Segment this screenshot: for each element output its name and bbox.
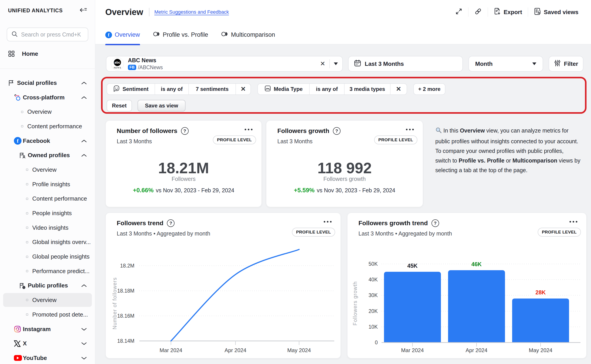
sidebar-item-global-people-insights[interactable]: Global people insights [0,249,95,264]
kpi-value: 18.21M [106,159,261,177]
close-icon: ✕ [396,86,401,92]
media-type-remove-segment[interactable]: ✕ [391,84,407,94]
expand-icon [455,8,462,17]
sidebar-item-label: Home [22,50,38,57]
sidebar-group-facebook[interactable]: f Facebook [0,134,95,148]
sentiment-remove-segment[interactable]: ✕ [236,84,251,94]
sentiment-field-segment[interactable]: Sentiment [107,84,155,94]
instagram-icon [14,325,23,333]
svg-text:18.2M: 18.2M [120,263,134,269]
save-as-view-button[interactable]: Save as view [138,100,186,111]
sidebar-item-owned-overview[interactable]: Overview [0,162,95,177]
media-type-operator-segment[interactable]: is any of [310,84,345,94]
bullet-icon [26,299,28,301]
card-more-menu[interactable] [245,129,252,130]
profile-dropdown-caret[interactable] [334,62,338,65]
tab-label: Multicomparison [231,31,275,38]
sidebar-item-content-performance[interactable]: Content performance [0,192,95,206]
group-label: Public profiles [28,282,68,289]
profile-selector[interactable]: abc NEWS ABC News FB /ABCNews ✕ [106,56,343,72]
help-icon[interactable]: ? [432,219,439,227]
chip-value-label: 7 sentiments [196,86,229,92]
svg-text:May 2024: May 2024 [529,347,552,353]
facebook-network-badge: FB [128,65,136,70]
saved-views-button[interactable]: Saved views [534,8,578,17]
export-button[interactable]: Export [494,8,522,17]
svg-text:40K: 40K [369,277,378,283]
bar-apr-2024[interactable] [448,270,505,346]
toolbar-divider [528,7,528,17]
copy-link-button[interactable] [474,8,482,17]
remove-profile-icon[interactable]: ✕ [320,61,325,67]
nav-item-label: Overview [32,297,56,304]
sentiment-value-segment[interactable]: 7 sentiments [189,84,236,94]
card-more-menu[interactable] [406,129,414,130]
export-label: Export [504,9,522,16]
sidebar-group-owned-profiles[interactable]: Owned profiles [0,148,95,162]
sidebar-collapse-button[interactable] [78,6,88,15]
search-input[interactable] [21,31,93,38]
svg-text:10K: 10K [369,324,378,330]
tab-profile-vs-profile[interactable]: Profile vs. Profile [153,26,208,44]
date-range-picker[interactable]: Last 3 Months [348,56,463,72]
tab-overview[interactable]: f Overview [105,26,140,44]
sidebar-item-cross-platform-content-performance[interactable]: Content performance [0,119,95,134]
followers-trend-line[interactable] [171,249,299,341]
sidebar-group-public-profiles[interactable]: Public profiles [0,279,95,293]
aggregation-select[interactable]: Month [468,56,543,72]
overview-info-panel: In this Overview view, you can analyze m… [435,126,580,175]
more-filters-chip[interactable]: + 2 more [413,83,445,95]
card-period: Last 3 Months • Aggregated by month [117,230,210,237]
metric-suggestions-link[interactable]: Metric Suggestions and Feedback [154,9,229,15]
sidebar-item-promoted-post-detection[interactable]: Promoted post dete... [0,307,95,322]
sidebar-item-home[interactable]: Home [8,46,88,61]
sidebar-item-public-overview-selected[interactable]: Overview [3,293,92,307]
bar-label-mar: 45K [407,263,418,269]
tab-multicomparison[interactable]: Multicomparison [221,26,275,44]
reset-filters-button[interactable]: Reset [107,100,132,111]
bullet-icon [26,270,28,272]
sidebar-item-global-insights-overview[interactable]: Global insights overv... [0,235,95,250]
bullet-icon [26,183,28,185]
card-more-menu[interactable] [570,221,577,222]
bar-mar-2024[interactable] [384,272,441,346]
bar-label-may: 28K [535,289,546,295]
help-icon[interactable]: ? [333,127,340,135]
sidebar-group-cross-platform[interactable]: Cross-platform [0,90,95,105]
fullscreen-button[interactable] [455,8,462,17]
sidebar-item-profile-insights[interactable]: Profile insights [0,177,95,192]
sidebar-item-video-insights[interactable]: Video insights [0,221,95,235]
sidebar-item-cross-platform-overview[interactable]: Overview [0,104,95,119]
card-more-menu[interactable] [324,221,332,222]
media-type-field-segment[interactable]: Media Type [258,84,310,94]
help-icon[interactable]: ? [181,127,189,135]
group-label: YouTube [23,355,47,362]
save-as-view-label: Save as view [145,103,178,109]
sidebar-item-people-insights[interactable]: People insights [0,206,95,221]
sentiment-operator-segment[interactable]: is any of [155,84,189,94]
svg-text:18.18M: 18.18M [117,288,134,294]
followers-growth-chart[interactable]: Followers growth 0 10K 20K 30K 40K 50K [347,244,587,356]
nav-item-label: Content performance [27,123,82,130]
chevron-up-icon [81,79,87,86]
sidebar-search[interactable] [7,27,88,41]
svg-text:18.16M: 18.16M [117,313,134,319]
sidebar-section-social-profiles[interactable]: Social profiles [0,76,95,90]
bar-may-2024[interactable] [512,299,569,346]
reset-label: Reset [112,103,126,109]
sidebar-item-performance-prediction[interactable]: Performance predict... [0,264,95,279]
profile-handle: /ABCNews [138,65,163,71]
view-tabs: f Overview Profile vs. Profile [105,26,275,44]
sidebar-group-youtube[interactable]: YouTube [0,351,95,364]
chevron-up-icon [81,137,87,144]
sidebar-group-instagram[interactable]: Instagram [0,322,95,337]
filter-button[interactable]: Filter [549,56,583,72]
card-period: Last 3 Months [277,138,312,145]
media-type-value-segment[interactable]: 3 media types [345,84,391,94]
followers-trend-chart[interactable]: Number of followers 18.14M 18.16M 18.18M… [106,244,341,356]
sidebar-group-x[interactable]: X [0,336,95,351]
followers-growth-trend-card: Followers growth trend ? Last 3 Months •… [347,213,586,358]
app-brand: UNIFIED ANALYTICS [8,8,63,14]
help-icon[interactable]: ? [167,219,174,227]
facebook-icon: f [105,31,112,39]
